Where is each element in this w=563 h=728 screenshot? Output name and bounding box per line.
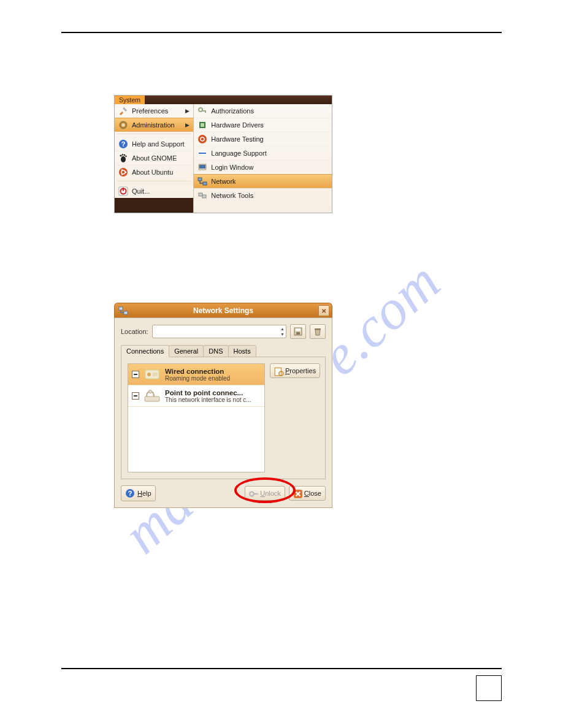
menu-item-authorizations[interactable]: Authorizations [194, 104, 332, 118]
checkbox-icon[interactable] [132, 371, 139, 378]
menu-item-label: About Ubuntu [132, 169, 173, 176]
svg-text:?: ? [121, 140, 126, 148]
svg-point-1 [122, 124, 124, 126]
tab-general[interactable]: General [169, 345, 204, 357]
keys-icon [197, 106, 207, 116]
save-location-button[interactable] [290, 324, 306, 339]
connection-title: Wired connection [165, 368, 261, 375]
menu-item-label: Language Support [211, 150, 267, 157]
gnome-foot-icon [118, 153, 128, 163]
connections-list[interactable]: Wired connection Roaming mode enabled Po… [128, 363, 265, 472]
preferences-icon [118, 106, 128, 116]
svg-point-8 [125, 156, 126, 157]
trash-icon [313, 327, 323, 336]
ubuntu-swirl-icon [118, 167, 128, 177]
help-icon: ? [118, 139, 128, 149]
menu-item-label: Hardware Testing [211, 135, 263, 143]
ubuntu-swirl-icon [197, 134, 207, 144]
menu-item-hardware-drivers[interactable]: Hardware Drivers [194, 118, 332, 132]
tab-hosts[interactable]: Hosts [228, 345, 256, 357]
menu-item-about-gnome[interactable]: About GNOME [115, 151, 193, 165]
menu-panel-bg [115, 96, 332, 104]
svg-rect-25 [199, 151, 206, 153]
menu-item-preferences[interactable]: Preferences ▶ [115, 104, 193, 118]
svg-point-40 [147, 373, 151, 376]
menu-item-network-tools[interactable]: Network Tools [194, 188, 332, 202]
menu-item-quit[interactable]: Quit... [115, 184, 193, 198]
tab-dns[interactable]: DNS [203, 345, 228, 357]
svg-rect-41 [153, 373, 158, 376]
dialog-title: Network Settings [193, 306, 253, 315]
gear-icon [118, 120, 128, 130]
help-icon: ? [125, 488, 135, 498]
submenu-arrow-icon: ▶ [185, 122, 190, 128]
submenu-arrow-icon: ▶ [185, 108, 190, 114]
menu-item-about-ubuntu[interactable]: About Ubuntu [115, 165, 193, 179]
svg-rect-31 [199, 193, 202, 196]
svg-rect-32 [202, 195, 206, 198]
svg-rect-42 [145, 396, 159, 401]
system-menu-screenshot: System Preferences ▶ Administration ▶ ? … [114, 95, 332, 213]
list-item[interactable]: Wired connection Roaming mode enabled [128, 364, 264, 385]
menu-item-label: Help and Support [132, 140, 185, 148]
delete-location-button[interactable] [310, 324, 326, 339]
footer-rule [61, 668, 502, 669]
menu-item-label: Hardware Drivers [211, 121, 264, 129]
screen-icon [197, 162, 207, 172]
ppp-connection-icon [143, 388, 161, 404]
svg-point-4 [121, 156, 126, 162]
connection-subtitle: Roaming mode enabled [165, 375, 261, 382]
flag-icon [197, 148, 207, 158]
svg-rect-26 [199, 154, 206, 155]
button-label: Close [304, 490, 321, 497]
menu-item-label: Preferences [132, 107, 168, 115]
properties-button[interactable]: Properties [270, 363, 320, 378]
svg-rect-37 [296, 332, 300, 335]
list-item[interactable]: Point to point connec... This network in… [128, 385, 264, 407]
connection-subtitle: This network interface is not c... [165, 396, 261, 403]
tab-connections[interactable]: Connections [121, 345, 169, 357]
menu-item-hardware-testing[interactable]: Hardware Testing [194, 132, 332, 146]
dialog-titlebar[interactable]: Network Settings ✕ [114, 303, 332, 317]
header-rule [61, 32, 502, 33]
dialog-body: Location: ▲▼ Connections General DNS Hos… [114, 317, 332, 508]
network-icon [118, 306, 128, 316]
svg-rect-29 [198, 178, 202, 181]
location-select[interactable]: ▲▼ [152, 325, 286, 338]
svg-rect-30 [203, 182, 207, 185]
menu-right-column: Authorizations Hardware Drivers Hardware… [194, 104, 332, 213]
menu-item-language-support[interactable]: Language Support [194, 146, 332, 160]
svg-rect-38 [315, 328, 321, 330]
svg-point-7 [124, 154, 126, 156]
menu-item-administration[interactable]: Administration ▶ [115, 118, 193, 132]
window-close-icon[interactable]: ✕ [318, 305, 329, 316]
menu-item-network[interactable]: Network [194, 174, 332, 188]
menu-tab-system[interactable]: System [115, 96, 145, 104]
help-button[interactable]: ? Help [121, 485, 156, 501]
svg-point-12 [121, 169, 123, 171]
svg-point-43 [149, 390, 152, 393]
svg-point-11 [125, 172, 127, 173]
menu-item-label: Network [211, 178, 236, 185]
page-number-box [476, 675, 502, 701]
power-icon [118, 186, 128, 196]
menu-item-label: About GNOME [132, 154, 177, 162]
tab-content: Wired connection Roaming mode enabled Po… [121, 357, 326, 479]
menu-item-help-support[interactable]: ? Help and Support [115, 137, 193, 151]
properties-icon [274, 366, 283, 375]
highlight-circle [234, 477, 296, 503]
wired-connection-icon [143, 366, 161, 382]
menu-item-login-window[interactable]: Login Window [194, 160, 332, 174]
network-tools-icon [197, 191, 207, 200]
network-settings-screenshot: Network Settings ✕ Location: ▲▼ Connecti… [114, 303, 332, 508]
svg-text:?: ? [128, 490, 132, 497]
svg-rect-21 [201, 123, 204, 127]
location-label: Location: [121, 328, 148, 335]
svg-point-22 [198, 135, 207, 143]
chip-icon [197, 120, 207, 130]
svg-point-5 [120, 155, 122, 157]
svg-point-6 [122, 154, 124, 156]
button-label: Help [137, 490, 151, 497]
svg-point-13 [121, 173, 123, 175]
checkbox-icon[interactable] [132, 392, 139, 400]
